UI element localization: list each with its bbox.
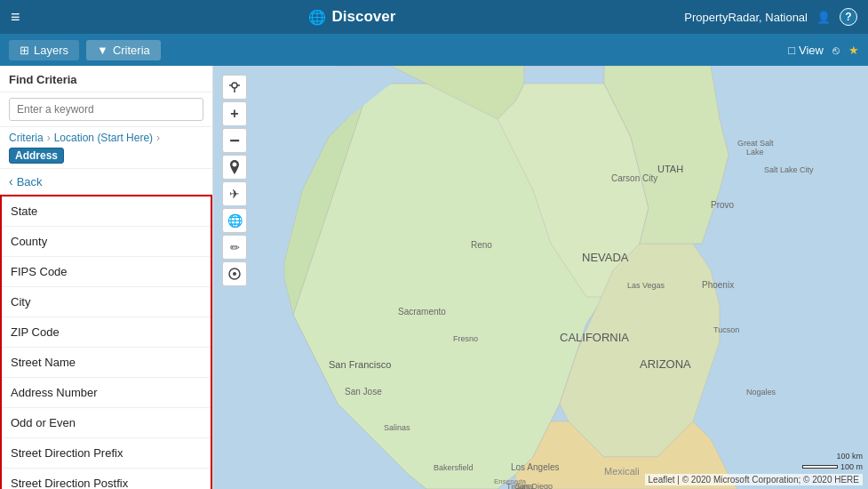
svg-text:Ensenada: Ensenada [494, 477, 527, 485]
criteria-item[interactable]: FIPS Code [2, 257, 211, 287]
app-title-area: 🌐 Discover [308, 8, 395, 26]
svg-text:UTAH: UTAH [657, 164, 683, 174]
second-bar-right: □ View ⎋ ★ [788, 44, 859, 57]
hamburger-icon[interactable]: ≡ [11, 8, 20, 27]
locate-button[interactable] [222, 75, 247, 100]
layer-settings-button[interactable] [222, 261, 247, 286]
zoom-in-button[interactable]: + [222, 101, 247, 126]
criteria-tab[interactable]: ▼ Criteria [86, 40, 161, 60]
svg-text:CALIFORNIA: CALIFORNIA [560, 331, 629, 344]
top-nav-right: PropertyRadar, National 👤 ? [684, 8, 857, 26]
svg-text:Tucson: Tucson [713, 325, 739, 334]
pencil-button[interactable]: ✏ [222, 235, 247, 260]
svg-text:ARIZONA: ARIZONA [640, 357, 691, 371]
help-icon[interactable]: ? [840, 8, 857, 26]
breadcrumb-address[interactable]: Address [9, 148, 64, 164]
back-chevron-icon: ‹ [9, 174, 13, 188]
user-icon[interactable]: 👤 [816, 11, 831, 24]
share-icon[interactable]: ⎋ [832, 44, 840, 57]
criteria-item[interactable]: ZIP Code [2, 317, 211, 348]
criteria-item[interactable]: Address Number [2, 378, 211, 408]
svg-text:Fresno: Fresno [453, 334, 478, 343]
svg-text:Great Salt: Great Salt [737, 139, 774, 148]
scale-km: 100 km [836, 452, 863, 461]
criteria-list: StateCountyFIPS CodeCityZIP CodeStreet N… [0, 195, 212, 489]
map-attribution: Leaflet | © 2020 Microsoft Corporation; … [645, 474, 863, 485]
map-area[interactable]: NEVADA CALIFORNIA UTAH ARIZONA San Franc… [213, 66, 868, 489]
svg-text:San Francisco: San Francisco [329, 359, 391, 370]
map-toolbar: + − ✈ 🌐 ✏ [222, 75, 247, 286]
svg-text:NEVADA: NEVADA [582, 251, 629, 264]
svg-text:Sacramento: Sacramento [398, 307, 446, 317]
breadcrumb-location[interactable]: Location (Start Here) [54, 132, 153, 144]
top-nav-bar: ≡ 🌐 Discover PropertyRadar, National 👤 ? [0, 0, 868, 34]
back-button[interactable]: ‹ Back [0, 169, 212, 195]
svg-text:Reno: Reno [471, 240, 492, 250]
find-criteria-header: Find Criteria [0, 66, 212, 92]
criteria-item[interactable]: City [2, 287, 211, 317]
second-bar-left: ⊞ Layers ▼ Criteria [9, 40, 161, 60]
criteria-item[interactable]: Odd or Even [2, 408, 211, 438]
globe-icon: 🌐 [308, 9, 326, 26]
svg-text:Provo: Provo [711, 200, 735, 210]
compass-button[interactable]: ✈ [222, 181, 247, 206]
user-name: PropertyRadar, National [684, 11, 808, 24]
svg-text:Phoenix: Phoenix [702, 280, 734, 290]
svg-text:Los Angeles: Los Angeles [511, 462, 560, 472]
svg-text:Salt Lake City: Salt Lake City [764, 165, 814, 174]
view-icon: □ [788, 44, 795, 57]
filter-icon: ▼ [97, 44, 108, 57]
criteria-item[interactable]: State [2, 196, 211, 227]
svg-text:Salinas: Salinas [384, 423, 410, 432]
svg-text:Lake: Lake [746, 148, 764, 156]
pin-button[interactable] [222, 155, 247, 180]
star-icon[interactable]: ★ [848, 44, 859, 57]
svg-text:Carson City: Carson City [611, 173, 657, 183]
svg-text:San Jose: San Jose [345, 387, 382, 397]
globe-button[interactable]: 🌐 [222, 208, 247, 233]
search-input[interactable] [9, 98, 203, 121]
layers-icon: ⊞ [20, 44, 29, 57]
scale-m: 100 m [840, 462, 863, 471]
sidebar: Find Criteria Criteria › Location (Start… [0, 66, 213, 489]
svg-point-37 [233, 272, 236, 276]
breadcrumb: Criteria › Location (Start Here) › Addre… [0, 127, 212, 169]
svg-text:Mexicali: Mexicali [604, 466, 640, 477]
view-button[interactable]: □ View [788, 44, 824, 57]
main-content: Find Criteria Criteria › Location (Start… [0, 66, 868, 489]
map-scale: 100 km 100 m [802, 452, 863, 471]
top-nav-left: ≡ [11, 8, 20, 27]
criteria-item[interactable]: Street Direction Prefix [2, 438, 211, 469]
criteria-item[interactable]: Street Name [2, 348, 211, 378]
svg-text:Bakersfield: Bakersfield [434, 463, 474, 472]
zoom-out-button[interactable]: − [222, 128, 247, 153]
criteria-item[interactable]: County [2, 227, 211, 257]
layers-tab[interactable]: ⊞ Layers [9, 40, 79, 60]
second-bar: ⊞ Layers ▼ Criteria □ View ⎋ ★ [0, 34, 868, 66]
svg-text:Nogales: Nogales [746, 388, 776, 397]
map-svg: NEVADA CALIFORNIA UTAH ARIZONA San Franc… [213, 66, 868, 489]
app-title: Discover [331, 8, 395, 26]
svg-point-35 [232, 83, 237, 88]
breadcrumb-criteria[interactable]: Criteria [9, 132, 44, 144]
svg-text:Las Vegas: Las Vegas [627, 281, 665, 290]
search-wrapper [0, 92, 212, 127]
criteria-item[interactable]: Street Direction Postfix [2, 469, 211, 489]
